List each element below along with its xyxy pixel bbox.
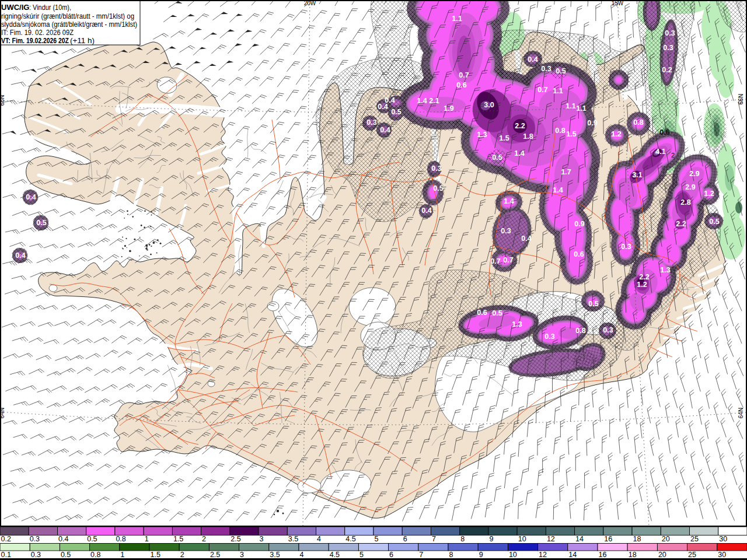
svg-text:9: 9 [489, 535, 493, 543]
svg-text:2: 2 [180, 551, 184, 559]
svg-text:0.4: 0.4 [15, 251, 25, 260]
svg-text:0.4: 0.4 [58, 535, 68, 543]
svg-text:3.5: 3.5 [270, 551, 280, 559]
svg-text:10: 10 [509, 551, 517, 559]
svg-text:0.5: 0.5 [433, 184, 443, 192]
svg-text:VT: Fim. 19.02.2026 20Z: VT: Fim. 19.02.2026 20Z [1, 36, 69, 45]
svg-text:66N: 66N [738, 94, 744, 104]
svg-text:3.1: 3.1 [632, 171, 642, 179]
svg-text:4: 4 [300, 551, 304, 559]
svg-text:0.7: 0.7 [490, 257, 500, 265]
svg-text:4.1: 4.1 [655, 148, 665, 156]
svg-text:1.3: 1.3 [512, 320, 522, 328]
svg-text:rigning/skúrir (grænt/blátt/ra: rigning/skúrir (grænt/blátt/rautt - mm/1… [1, 12, 134, 20]
svg-text:0.4: 0.4 [380, 126, 390, 134]
svg-text:UWC/IG: UWC/IG [1, 3, 29, 12]
svg-text:0.3: 0.3 [541, 65, 551, 73]
svg-text:0.8: 0.8 [555, 127, 565, 135]
svg-text:0.6: 0.6 [456, 81, 466, 89]
svg-text:0.3: 0.3 [544, 332, 554, 341]
svg-text:6: 6 [389, 551, 393, 559]
svg-text:0.2: 0.2 [662, 66, 672, 74]
svg-text:0.8: 0.8 [633, 118, 643, 127]
svg-text:2.9: 2.9 [685, 183, 695, 191]
svg-text:1.5: 1.5 [566, 130, 576, 138]
svg-text:7: 7 [432, 535, 436, 543]
svg-text:20: 20 [662, 535, 670, 543]
svg-text:: Vindur (10m),: : Vindur (10m), [29, 3, 71, 12]
svg-text:30: 30 [719, 535, 727, 543]
svg-text:25: 25 [690, 535, 699, 543]
svg-text:5: 5 [375, 535, 379, 543]
svg-text:14: 14 [568, 551, 577, 559]
svg-text:0.7: 0.7 [503, 256, 513, 264]
svg-text:1.1: 1.1 [553, 87, 563, 95]
svg-text:1: 1 [120, 551, 124, 559]
svg-text:16: 16 [604, 535, 612, 543]
svg-text:1.5: 1.5 [151, 551, 160, 559]
svg-text:2.9: 2.9 [689, 170, 699, 178]
svg-text:0.5: 0.5 [709, 218, 719, 226]
svg-text:2.5: 2.5 [231, 535, 240, 543]
svg-text:5: 5 [359, 551, 364, 559]
svg-text:0.3: 0.3 [665, 29, 675, 37]
svg-text:0.5: 0.5 [61, 551, 71, 559]
svg-text:2.2: 2.2 [676, 220, 686, 228]
svg-text:0.8: 0.8 [575, 327, 585, 335]
svg-text:0.5: 0.5 [492, 309, 502, 317]
svg-text:1.5: 1.5 [173, 535, 183, 543]
svg-text:20: 20 [658, 551, 666, 559]
svg-text:0.6: 0.6 [574, 250, 584, 258]
svg-text:1.4: 1.4 [553, 186, 563, 194]
svg-text:0.5: 0.5 [588, 300, 598, 308]
svg-text:0.4: 0.4 [378, 103, 388, 111]
svg-text:1.1: 1.1 [566, 102, 575, 110]
svg-text:2.8: 2.8 [680, 198, 690, 206]
svg-text:slydda/snjókoma (grátt/bleikt/: slydda/snjókoma (grátt/bleikt/grænt - mm… [1, 20, 137, 29]
svg-text:1.2: 1.2 [637, 281, 647, 289]
svg-text:64N: 64N [738, 408, 744, 418]
svg-text:0.1: 0.1 [1, 551, 11, 559]
svg-text:IT: Fim. 19. 02. 2026 09Z: IT: Fim. 19. 02. 2026 09Z [1, 28, 74, 37]
svg-text:0.5: 0.5 [391, 108, 401, 116]
svg-text:1.1: 1.1 [576, 104, 586, 113]
svg-text:1.9: 1.9 [444, 104, 453, 113]
svg-text:18: 18 [633, 535, 641, 543]
svg-text:2.5: 2.5 [210, 551, 220, 559]
svg-text:3.0: 3.0 [484, 101, 494, 109]
svg-text:1.4: 1.4 [514, 149, 524, 158]
svg-text:2: 2 [202, 535, 206, 543]
svg-text:0.6: 0.6 [659, 128, 669, 136]
svg-text:6: 6 [403, 535, 407, 543]
svg-text:3.5: 3.5 [288, 535, 298, 543]
svg-text:0.4: 0.4 [521, 235, 531, 243]
svg-text:12: 12 [547, 535, 555, 543]
svg-text:1: 1 [145, 535, 149, 543]
svg-text:9: 9 [479, 551, 483, 559]
svg-text:0.8: 0.8 [116, 535, 125, 543]
svg-text:0.3: 0.3 [431, 164, 441, 173]
svg-text:0.4: 0.4 [26, 193, 36, 201]
svg-text:4.5: 4.5 [330, 551, 340, 559]
svg-text:1.1: 1.1 [452, 15, 462, 23]
svg-text:0.2: 0.2 [1, 535, 11, 543]
svg-text:0.9: 0.9 [587, 119, 597, 127]
svg-text:0.5: 0.5 [556, 67, 566, 75]
svg-text:0.5: 0.5 [36, 219, 46, 227]
svg-text:1.2: 1.2 [704, 190, 714, 198]
svg-text:14: 14 [575, 535, 584, 543]
svg-text:0.4: 0.4 [421, 206, 431, 215]
svg-text:1.7: 1.7 [561, 168, 571, 176]
svg-text:0.7: 0.7 [537, 86, 547, 94]
svg-text:0.3: 0.3 [603, 326, 613, 334]
svg-text:0.3: 0.3 [501, 227, 511, 235]
svg-text:1.4: 1.4 [417, 97, 427, 105]
svg-text:0.3: 0.3 [621, 243, 631, 251]
svg-text:4.5: 4.5 [345, 535, 355, 543]
svg-text:1.3: 1.3 [660, 266, 670, 274]
svg-text:0.5: 0.5 [87, 535, 97, 543]
svg-text:0.5: 0.5 [492, 153, 502, 162]
svg-text:1.2: 1.2 [611, 130, 621, 138]
svg-text:30: 30 [718, 551, 726, 559]
svg-text:0.8: 0.8 [90, 551, 100, 559]
